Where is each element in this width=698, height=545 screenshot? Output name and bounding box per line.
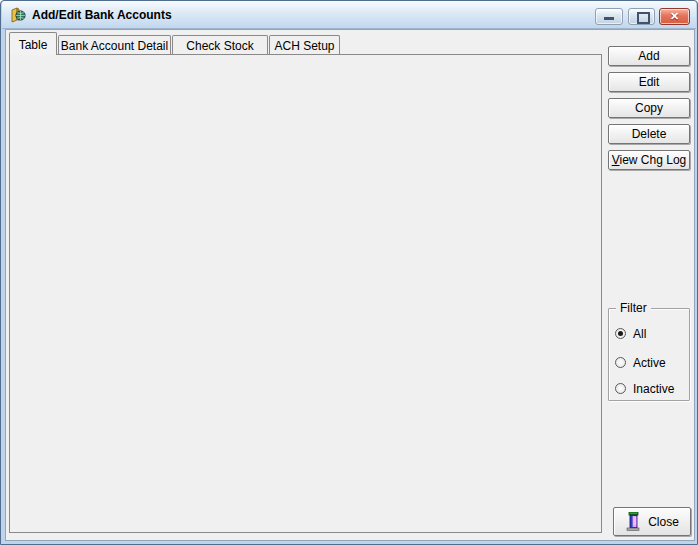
filter-option-label: All — [633, 327, 646, 341]
copy-button[interactable]: Copy — [608, 98, 690, 118]
tab-bank-account-detail[interactable]: Bank Account Detail — [58, 35, 171, 55]
close-window-button[interactable] — [659, 8, 690, 25]
minimize-button[interactable] — [595, 8, 623, 25]
maximize-button[interactable] — [628, 8, 655, 25]
delete-button[interactable]: Delete — [608, 124, 690, 144]
filter-option-label: Inactive — [633, 382, 674, 396]
view-chg-log-label: iew Chg Log — [620, 153, 687, 167]
filter-group: Filter All Active Inactive — [608, 308, 690, 401]
exit-door-icon — [625, 512, 642, 532]
tab-table[interactable]: Table — [9, 32, 57, 55]
close-button-label: Close — [648, 515, 679, 529]
filter-option-label: Active — [633, 356, 666, 370]
view-chg-log-button[interactable]: View Chg Log — [608, 150, 690, 170]
radio-selected-icon — [615, 328, 626, 339]
tab-ach-setup[interactable]: ACH Setup — [269, 35, 340, 55]
close-button[interactable]: Close — [613, 507, 691, 536]
add-edit-bank-accounts-window: Add/Edit Bank Accounts Table Bank Accoun… — [0, 0, 698, 545]
add-button[interactable]: Add — [608, 46, 690, 66]
tab-page-table — [9, 54, 602, 533]
radio-unselected-icon — [615, 383, 626, 394]
title-bar[interactable]: Add/Edit Bank Accounts — [2, 1, 696, 29]
tab-check-stock-setup[interactable]: Check Stock Setup — [172, 35, 268, 55]
view-chg-log-mnemonic: V — [612, 153, 620, 167]
radio-unselected-icon — [615, 357, 626, 368]
app-book-globe-icon — [10, 7, 26, 23]
window-title: Add/Edit Bank Accounts — [32, 8, 172, 22]
edit-button[interactable]: Edit — [608, 72, 690, 92]
filter-group-label: Filter — [616, 301, 651, 315]
